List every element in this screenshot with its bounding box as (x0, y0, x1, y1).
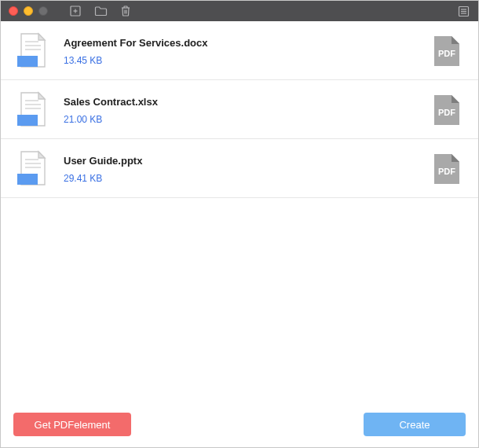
svg-rect-17 (17, 115, 38, 126)
close-window-button[interactable] (9, 6, 18, 16)
file-size: 21.00 KB (64, 114, 419, 125)
svg-text:PDF: PDF (438, 108, 455, 117)
file-size: 29.41 KB (64, 173, 419, 184)
document-icon (16, 150, 49, 188)
file-meta: Agreement For Services.docx 13.45 KB (64, 37, 419, 66)
file-row[interactable]: Sales Contract.xlsx 21.00 KB PDF (1, 80, 478, 139)
file-row[interactable]: Agreement For Services.docx 13.45 KB PDF (1, 21, 478, 80)
maximize-window-button[interactable] (38, 6, 48, 16)
svg-text:PDF: PDF (438, 49, 455, 58)
svg-rect-12 (17, 56, 38, 67)
titlebar (1, 1, 478, 21)
svg-text:PDF: PDF (438, 167, 455, 176)
file-name: User Guide.pptx (64, 155, 419, 167)
create-button[interactable]: Create (364, 413, 466, 436)
app-window: Agreement For Services.docx 13.45 KB PDF (0, 0, 479, 448)
document-icon (16, 91, 49, 129)
get-pdfelement-button[interactable]: Get PDFelement (13, 413, 131, 436)
add-file-icon[interactable] (68, 4, 82, 18)
window-controls (9, 6, 48, 16)
file-list: Agreement For Services.docx 13.45 KB PDF (1, 21, 478, 405)
file-meta: User Guide.pptx 29.41 KB (64, 155, 419, 184)
file-meta: Sales Contract.xlsx 21.00 KB (64, 96, 419, 125)
pdf-output-icon: PDF (433, 94, 461, 127)
pdf-output-icon: PDF (433, 35, 461, 68)
minimize-window-button[interactable] (24, 6, 33, 16)
toolbar-icons (68, 4, 133, 18)
file-name: Sales Contract.xlsx (64, 96, 419, 108)
pdf-output-icon: PDF (433, 152, 461, 185)
file-row[interactable]: User Guide.pptx 29.41 KB PDF (1, 139, 478, 198)
open-folder-icon[interactable] (93, 4, 108, 18)
file-name: Agreement For Services.docx (64, 37, 419, 49)
trash-icon[interactable] (119, 4, 133, 18)
footer: Get PDFelement Create (1, 405, 478, 447)
file-size: 13.45 KB (64, 55, 419, 66)
document-icon (16, 32, 49, 70)
svg-rect-22 (17, 174, 38, 185)
list-view-icon[interactable] (456, 4, 470, 18)
